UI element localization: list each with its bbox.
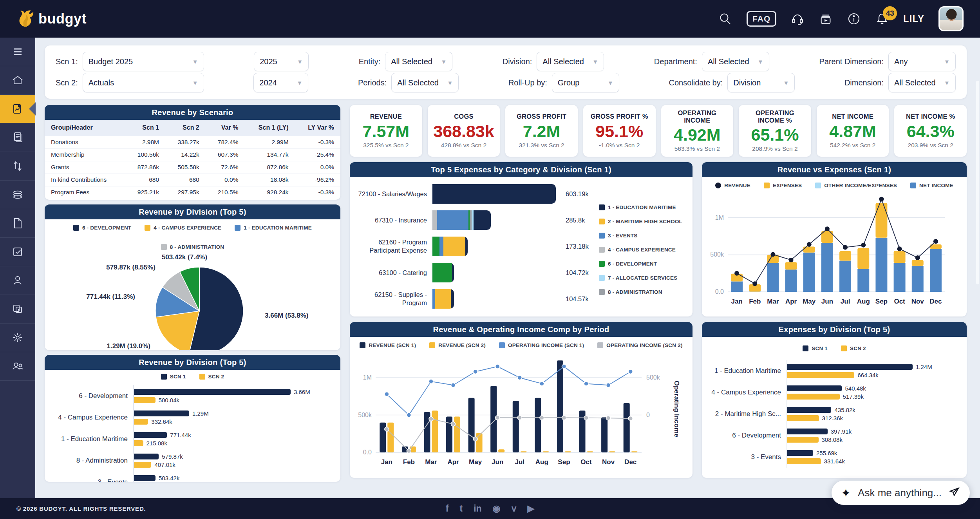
filter-select-entity-[interactable]: All Selected▼ [385,52,452,71]
bar-value-label: 3.66M [294,389,310,395]
revenue-scn1-bar [557,360,563,452]
filter-select-department-[interactable]: All Selected▼ [702,52,769,71]
sidebar-item-data[interactable] [0,181,35,209]
table-cell: 0.0% [295,161,340,174]
filter-select-periods-[interactable]: All Selected▼ [391,73,459,92]
table-cell: Membership [45,148,125,161]
facebook-icon[interactable]: f [446,504,449,513]
documents-icon [11,130,25,145]
info-icon[interactable] [847,12,861,26]
twitter-icon[interactable]: t [459,504,463,513]
sidebar-item-person[interactable] [0,266,35,295]
table-row: In-kind Contributions6806800.0%18.08k-96… [45,174,340,186]
ask-me-anything-bar[interactable]: ✦ Ask me anything... [832,481,970,505]
legend-label: EXPENSES [773,183,802,188]
month-label: Oct [894,298,905,305]
table-row: Grants872.86k505.58k72.6%872.86k0.0% [45,161,340,174]
bar-value-label: 332.64k [151,418,172,425]
month-label: Nov [602,458,615,466]
bar-value-label: 503.42k [159,475,179,481]
net-income-bar [857,269,869,292]
expenses-bar [875,203,887,238]
bar-value-label: 331.64k [824,458,845,465]
chat-input-placeholder[interactable]: Ask me anything... [858,487,942,499]
table-cell: 505.58k [165,161,206,174]
legend-swatch [764,183,770,188]
table-row: Program Fees925.21k297.95k210.5%928.24k-… [45,186,340,199]
month-label: Sep [558,458,570,466]
scrollbar[interactable] [976,81,979,284]
sidebar-item-home[interactable] [0,66,35,95]
users-icon [11,359,25,373]
table-cell: 72.6% [206,161,245,174]
table-cell: 338.27k [165,136,206,148]
filter-select-division-[interactable]: All Selected▼ [537,52,604,71]
sidebar-item-documents[interactable] [0,123,35,152]
send-icon[interactable] [949,486,960,499]
bar-segment [432,263,452,282]
filter-select-dimension-[interactable]: All Selected▼ [888,73,956,92]
table-cell: 607.3% [206,148,245,161]
notifications-bell-icon[interactable]: 43 [875,12,889,26]
youtube-icon[interactable]: ▶ [527,504,534,513]
sidebar-item-report[interactable] [0,95,35,123]
bar-value-label: 397.91k [831,428,852,435]
faq-button[interactable]: FAQ [747,11,776,27]
bar-pair: 1.29M332.64k [133,407,331,428]
legend-swatch [235,225,240,231]
filter-select-roll-up-by-[interactable]: Group▼ [552,73,619,92]
legend-item: OTHER INCOME/EXPENSES [815,183,897,188]
legend-item: OPERATING INCOME (SCN 2) [597,342,682,348]
sidebar-item-users[interactable] [0,352,35,381]
copyright-text: © 2026 BUDGYT. ALL RIGHTS RESERVED. [16,505,146,512]
support-headset-icon[interactable] [790,12,805,26]
revenue-vs-expenses-legend: REVENUEEXPENSESOTHER INCOME/EXPENSESNET … [702,177,967,190]
op-income-scn2-point [584,416,588,420]
filter-select-year[interactable]: 2025▼ [254,52,309,71]
table-cell: Grants [45,161,125,174]
vimeo-icon[interactable]: v [512,504,517,513]
op-income-scn2-point [540,416,544,420]
pie-label: 771.44k (11.3%) [86,293,135,300]
month-label: May [469,458,482,466]
search-icon[interactable] [718,12,732,26]
month-label: Jan [731,298,742,305]
revenue-scn2-bar [542,451,549,452]
sidebar-item-menu[interactable] [0,38,35,66]
bar-scn2 [134,419,148,425]
select-value: All Selected [397,78,439,87]
y-axis-tick-left: 0.0 [363,449,372,456]
sidebar-item-file[interactable] [0,209,35,238]
footer: © 2026 BUDGYT. ALL RIGHTS RESERVED. ftin… [0,498,980,519]
filter-select-consolidate-by-[interactable]: Division▼ [727,73,795,92]
month-label: Jun [492,458,503,466]
legend-item: 7 - ALLOCATED SERVICES [599,275,685,281]
bar-group-row: 2 - Maritime High Sc...435.82k312.36k [708,403,957,425]
sidebar-item-settings[interactable] [0,324,35,352]
kpi-cards-row: REVENUE7.57M325.5% vs Scn 2COGS368.83k42… [350,105,967,157]
bar-pair: 435.82k312.36k [787,403,957,425]
filter-group: 2025▼ [254,52,309,71]
op-income-scn1-point [517,376,522,380]
filter-select-scn-1-[interactable]: Budget 2025▼ [83,52,204,71]
sidebar-item-transfers[interactable] [0,152,35,181]
video-tutorials-icon[interactable] [819,12,833,26]
filter-select-year[interactable]: 2024▼ [253,73,308,92]
legend-item: 2 - MARITIME HIGH SCHOOL [599,219,685,224]
legend-item: SCN 1 [161,374,186,380]
brand[interactable]: budgyt [16,8,87,29]
bar-value-label: 664.34k [857,372,878,378]
filter-select-parent-dimension-[interactable]: Any▼ [888,52,956,71]
sidebar-item-media[interactable] [0,295,35,324]
bar-pair: 397.91k308.08k [787,425,957,446]
filter-select-scn-2-[interactable]: Actuals▼ [83,73,204,92]
legend-label: REVENUE [724,183,750,188]
kpi-card: OPERATING INCOME4.92M563.3% vs Scn 2 [661,105,734,157]
revenue-point [933,239,938,244]
bar-value-label: 540.48k [845,385,866,392]
instagram-icon[interactable]: ◉ [493,504,501,513]
legend-item: OPERATING INCOME (SCN 1) [499,342,584,348]
sidebar-item-approvals[interactable] [0,238,35,266]
user-avatar[interactable] [938,6,964,31]
linkedin-icon[interactable]: in [474,504,481,513]
